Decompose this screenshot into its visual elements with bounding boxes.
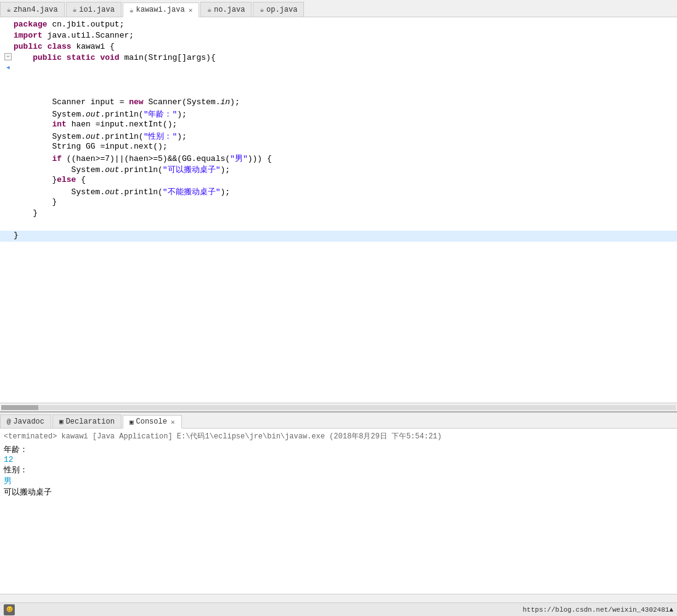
- editor-hscroll[interactable]: [0, 403, 677, 411]
- java-file-icon4: ☕: [207, 6, 211, 14]
- declaration-icon: ▣: [59, 417, 64, 425]
- console-line-3: 性别：: [4, 464, 673, 475]
- tab-close-kawawi[interactable]: ✕: [189, 6, 193, 14]
- tab-close-console[interactable]: ✕: [171, 418, 175, 426]
- code-line-19: [0, 220, 677, 231]
- code-line-14: System.out.println("可以搬动桌子");: [0, 164, 677, 175]
- code-line-11: System.out.println("性别：");: [0, 131, 677, 142]
- tab-kawawi[interactable]: ☕ kawawi.java ✕: [123, 2, 199, 17]
- console-line-2: 12: [4, 455, 673, 464]
- code-line-6: [0, 75, 677, 86]
- code-line-17: }: [0, 197, 677, 208]
- tab-declaration[interactable]: ▣ Declaration: [52, 414, 121, 428]
- status-left: 😊: [4, 604, 15, 615]
- avatar: 😊: [4, 604, 15, 615]
- code-line-8: Scanner input = new Scanner(System.in);: [0, 97, 677, 109]
- fold-button-4[interactable]: −: [4, 53, 12, 60]
- code-line-13: if ((haen>=7)||(haen>=5)&&(GG.equals("男"…: [0, 153, 677, 164]
- code-line-16: System.out.println("不能搬动桌子");: [0, 186, 677, 197]
- tab-console[interactable]: ▣ Console ✕: [123, 415, 182, 429]
- editor-area: package cn.jbit.output; import java.util…: [0, 17, 677, 411]
- code-line-7: [0, 86, 677, 97]
- java-file-icon: ☕: [7, 6, 11, 14]
- code-line-18: }: [0, 208, 677, 220]
- tab-no[interactable]: ☕ no.java: [200, 2, 252, 17]
- code-line-4: − public static void main(String[]args){: [0, 53, 677, 64]
- tab-ioi[interactable]: ☕ ioi.java: [66, 2, 121, 17]
- status-url: https://blog.csdn.net/weixin_4302481▲: [523, 606, 673, 614]
- hscroll-track: [1, 405, 676, 410]
- java-file-icon5: ☕: [260, 6, 264, 14]
- code-line-15: }else {: [0, 175, 677, 186]
- tab-zhan4[interactable]: ☕ zhan4.java: [0, 2, 65, 17]
- code-line-9: System.out.println("年龄：");: [0, 109, 677, 120]
- tab-op[interactable]: ☕ op.java: [253, 2, 304, 17]
- console-status: <terminated> kawawi [Java Application] E…: [4, 431, 673, 441]
- java-file-icon2: ☕: [73, 6, 77, 14]
- editor-tab-bar: ☕ zhan4.java ☕ ioi.java ☕ kawawi.java ✕ …: [0, 0, 677, 17]
- java-file-icon3: ☕: [129, 6, 134, 14]
- code-line-1: package cn.jbit.output;: [0, 20, 677, 31]
- gutter-5: ◀: [2, 64, 14, 71]
- console-line-4: 男: [4, 475, 673, 487]
- bottom-panel: @ Javadoc ▣ Declaration ▣ Console ✕ <ter…: [0, 411, 677, 602]
- status-bar: 😊 https://blog.csdn.net/weixin_4302481▲: [0, 602, 677, 616]
- console-hscroll[interactable]: [0, 594, 677, 602]
- console-icon: ▣: [129, 418, 134, 426]
- code-line-20: }: [0, 231, 677, 242]
- code-line-5: ◀: [0, 64, 677, 75]
- console-line-5: 可以搬动桌子: [4, 487, 673, 498]
- breakpoint-marker: ◀: [6, 64, 9, 71]
- bottom-tab-bar: @ Javadoc ▣ Declaration ▣ Console ✕: [0, 413, 677, 429]
- console-output-area[interactable]: <terminated> kawawi [Java Application] E…: [0, 429, 677, 594]
- code-line-10: int haen =input.nextInt();: [0, 120, 677, 131]
- tab-javadoc[interactable]: @ Javadoc: [0, 414, 51, 428]
- code-line-12: String GG =input.next();: [0, 142, 677, 153]
- gutter-4: −: [2, 53, 14, 60]
- console-line-1: 年龄：: [4, 444, 673, 455]
- code-line-3: public class kawawi {: [0, 42, 677, 53]
- code-line-2: import java.util.Scanner;: [0, 31, 677, 42]
- console-output: 年龄： 12 性别： 男 可以搬动桌子: [4, 444, 673, 498]
- javadoc-icon: @: [7, 418, 11, 425]
- code-editor[interactable]: package cn.jbit.output; import java.util…: [0, 17, 677, 403]
- hscroll-thumb[interactable]: [1, 405, 38, 410]
